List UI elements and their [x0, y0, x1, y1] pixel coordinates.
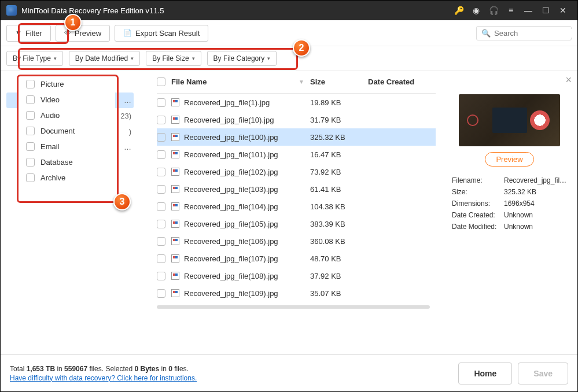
- export-button[interactable]: 📄Export Scan Result: [115, 25, 208, 42]
- checkbox[interactable]: [26, 173, 35, 182]
- preview-label: Preview: [75, 29, 101, 38]
- file-row[interactable]: Recovered_jpg_file(106).jpg360.08 KB: [157, 232, 436, 250]
- file-row[interactable]: Recovered_jpg_file(10).jpg31.79 KB: [157, 111, 436, 128]
- close-icon[interactable]: ✕: [554, 1, 572, 20]
- close-panel-icon[interactable]: ×: [565, 74, 572, 86]
- row-checkbox[interactable]: [157, 168, 165, 176]
- file-name: Recovered_jpg_file(106).jpg: [184, 237, 278, 246]
- file-row[interactable]: Recovered_jpg_file(101).jpg16.47 KB: [157, 146, 436, 163]
- filter-category[interactable]: By File Category▾: [207, 51, 277, 66]
- file-row[interactable]: Recovered_jpg_file(108).jpg37.92 KB: [157, 267, 436, 284]
- file-size: 61.41 KB: [310, 185, 368, 194]
- key-icon[interactable]: 🔑: [450, 1, 467, 20]
- filter-category-label: By File Category: [213, 54, 265, 62]
- row-checkbox[interactable]: [157, 254, 165, 263]
- filter-size[interactable]: By File Size▾: [146, 51, 201, 66]
- headset-icon[interactable]: 🎧: [485, 1, 502, 20]
- search-input[interactable]: [494, 29, 578, 38]
- filter-label: Filter: [25, 29, 42, 38]
- callout-3: 3: [113, 193, 131, 210]
- caret-icon: ▾: [54, 56, 57, 61]
- search-box[interactable]: 🔍: [476, 26, 572, 40]
- file-rows: Recovered_jpg_file(1).jpg19.89 KBRecover…: [157, 94, 436, 302]
- checkbox[interactable]: [26, 127, 35, 135]
- row-checkbox[interactable]: [157, 202, 165, 211]
- type-option[interactable]: Archive: [17, 170, 115, 186]
- checkbox[interactable]: [26, 142, 35, 151]
- file-row[interactable]: Recovered_jpg_file(105).jpg383.39 KB: [157, 215, 436, 232]
- home-button[interactable]: Home: [458, 363, 512, 384]
- toolbar: ▼Filter 👁Preview 📄Export Scan Result 🔍: [1, 20, 577, 46]
- file-icon: [171, 254, 179, 262]
- type-label: Document: [41, 127, 75, 135]
- file-row[interactable]: Recovered_jpg_file(103).jpg61.41 KB: [157, 180, 436, 198]
- menu-icon[interactable]: ≡: [502, 1, 520, 20]
- detail-key: Filename:: [452, 176, 504, 184]
- file-row[interactable]: Recovered_jpg_file(1).jpg19.89 KB: [157, 94, 436, 111]
- file-icon: [171, 98, 179, 106]
- search-icon: 🔍: [481, 29, 491, 38]
- type-option[interactable]: Picture: [17, 76, 115, 92]
- row-checkbox[interactable]: [157, 133, 165, 142]
- sidebar-hint: 23): [120, 112, 131, 120]
- type-label: Video: [41, 95, 60, 104]
- row-checkbox[interactable]: [157, 185, 165, 194]
- file-row[interactable]: Recovered_jpg_file(100).jpg325.32 KB: [157, 128, 436, 146]
- select-all-checkbox[interactable]: [157, 77, 165, 86]
- row-checkbox[interactable]: [157, 289, 165, 298]
- file-size: 360.08 KB: [310, 237, 368, 246]
- file-icon: [171, 185, 179, 193]
- horizontal-scrollbar[interactable]: [157, 305, 430, 309]
- row-checkbox[interactable]: [157, 98, 165, 107]
- filter-button[interactable]: ▼Filter: [6, 25, 51, 42]
- disc-icon[interactable]: ◉: [467, 1, 485, 20]
- type-option[interactable]: Email: [17, 139, 115, 154]
- file-row[interactable]: Recovered_jpg_file(102).jpg73.92 KB: [157, 163, 436, 180]
- type-option[interactable]: Video: [17, 92, 115, 108]
- row-checkbox[interactable]: [157, 116, 165, 124]
- save-button[interactable]: Save: [518, 363, 568, 384]
- filter-type-label: By File Type: [13, 54, 51, 62]
- col-date[interactable]: Date Created: [368, 77, 436, 86]
- titlebar: MiniTool Data Recovery Free Edition v11.…: [1, 1, 577, 20]
- file-icon: [171, 116, 179, 124]
- file-icon: [171, 133, 179, 141]
- file-row[interactable]: Recovered_jpg_file(107).jpg48.70 KB: [157, 250, 436, 267]
- checkbox[interactable]: [26, 158, 35, 167]
- funnel-icon: ▼: [15, 29, 22, 37]
- col-size[interactable]: Size: [310, 77, 368, 86]
- sort-icon: ▼: [299, 79, 304, 85]
- type-option[interactable]: Audio: [17, 108, 115, 123]
- help-link[interactable]: Have difficulty with data recovery? Clic…: [10, 374, 197, 382]
- file-row[interactable]: Recovered_jpg_file(109).jpg35.07 KB: [157, 284, 436, 302]
- filter-date[interactable]: By Date Modified▾: [69, 51, 140, 66]
- file-row[interactable]: Recovered_jpg_file(104).jpg104.38 KB: [157, 198, 436, 215]
- export-label: Export Scan Result: [135, 29, 200, 38]
- checkbox[interactable]: [26, 80, 35, 88]
- detail-value: 1696x954: [504, 199, 567, 208]
- file-size: 31.79 KB: [310, 116, 368, 124]
- main-area: … 23) ) … PictureVideoAudioDocumentEmail…: [1, 71, 577, 354]
- type-option[interactable]: Database: [17, 154, 115, 170]
- preview-button[interactable]: 👁Preview: [56, 25, 110, 42]
- row-checkbox[interactable]: [157, 272, 165, 280]
- col-name[interactable]: File Name▼: [171, 77, 310, 86]
- checkbox[interactable]: [26, 111, 35, 120]
- export-icon: 📄: [123, 29, 132, 37]
- open-preview-button[interactable]: Preview: [485, 152, 533, 167]
- row-checkbox[interactable]: [157, 150, 165, 159]
- type-label: Picture: [41, 80, 64, 88]
- type-option[interactable]: Document: [17, 123, 115, 139]
- file-name: Recovered_jpg_file(1).jpg: [184, 98, 270, 107]
- checkbox[interactable]: [26, 95, 35, 104]
- file-icon: [171, 150, 179, 158]
- row-checkbox[interactable]: [157, 237, 165, 246]
- row-checkbox[interactable]: [157, 220, 165, 228]
- file-icon: [171, 168, 179, 176]
- maximize-icon[interactable]: ☐: [537, 1, 554, 20]
- file-size: 104.38 KB: [310, 202, 368, 211]
- detail-value: 325.32 KB: [504, 188, 567, 196]
- filter-type[interactable]: By File Type▾: [6, 51, 63, 66]
- detail-key: Date Created:: [452, 211, 504, 219]
- minimize-icon[interactable]: —: [520, 1, 537, 20]
